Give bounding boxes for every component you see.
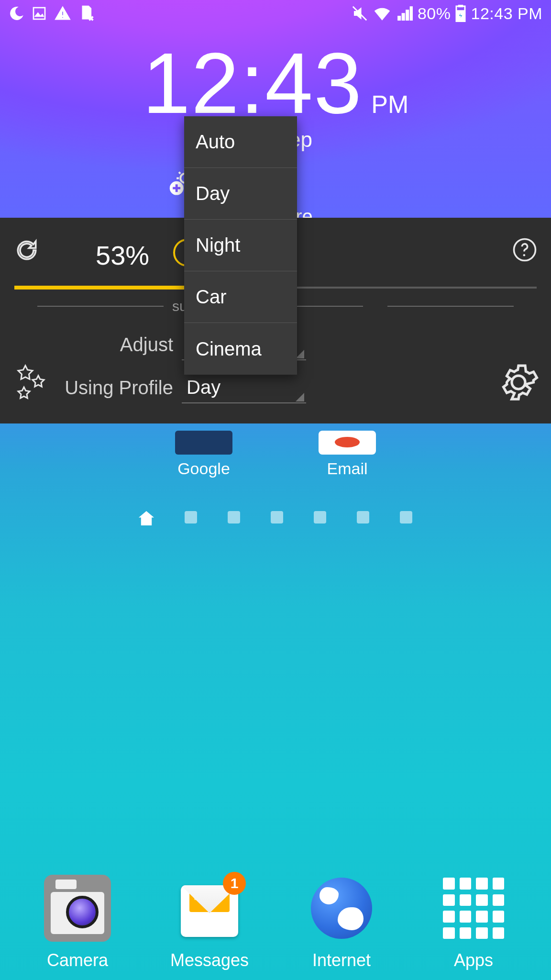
app-google[interactable]: Google [161, 431, 247, 478]
email-icon [319, 431, 376, 455]
battery-charging-icon [455, 5, 466, 22]
brightness-percent: 53% [96, 240, 149, 271]
dock-label: Apps [426, 950, 521, 970]
mute-icon [352, 5, 368, 22]
status-bar: 80% 12:43 PM [0, 0, 551, 27]
dropdown-option[interactable]: Car [184, 271, 297, 323]
signal-icon [397, 5, 413, 22]
svg-rect-2 [62, 17, 64, 18]
profile-select[interactable]: Day [182, 372, 306, 403]
dropdown-option[interactable]: Day [184, 168, 297, 220]
dock-label: Camera [30, 950, 125, 970]
dock-label: Messages [162, 950, 257, 970]
google-folder-icon [175, 431, 232, 455]
page-dot[interactable] [357, 511, 369, 523]
svg-rect-5 [459, 5, 463, 7]
status-clock: 12:43 PM [471, 4, 542, 23]
page-dot[interactable] [185, 511, 197, 523]
dock-camera[interactable]: Camera [30, 875, 125, 970]
dropdown-option[interactable]: Cinema [184, 323, 297, 375]
app-email[interactable]: Email [304, 431, 390, 478]
dock-messages[interactable]: 1 Messages [162, 875, 257, 970]
svg-point-9 [523, 254, 526, 256]
messages-icon: 1 [176, 875, 243, 942]
app-label: Google [161, 459, 247, 478]
help-button[interactable] [512, 237, 538, 264]
status-left [9, 5, 94, 22]
dock: Camera 1 Messages Internet Apps [0, 875, 551, 970]
apps-grid-icon [440, 875, 507, 942]
clock-ampm: PM [371, 90, 408, 119]
page-dot[interactable] [228, 511, 240, 523]
app-label: Email [304, 459, 390, 478]
page-dot[interactable] [271, 511, 283, 523]
dropdown-option[interactable]: Auto [184, 116, 297, 168]
dock-internet[interactable]: Internet [294, 875, 389, 970]
sim-error-icon [78, 5, 94, 22]
page-dot[interactable] [400, 511, 412, 523]
globe-icon [308, 875, 375, 942]
camera-icon [44, 875, 111, 942]
battery-text: 80% [418, 4, 451, 23]
dropdown-option[interactable]: Night [184, 220, 297, 271]
refresh-button[interactable] [13, 237, 40, 265]
page-indicator[interactable] [0, 511, 551, 525]
dock-label: Internet [294, 950, 389, 970]
settings-button[interactable] [498, 362, 539, 404]
svg-rect-1 [62, 11, 64, 16]
dock-apps[interactable]: Apps [426, 875, 521, 970]
page-dot[interactable] [314, 511, 326, 523]
warning-icon [55, 5, 71, 22]
profile-value: Day [187, 377, 220, 398]
adjust-label: Adjust [14, 334, 182, 356]
wifi-icon [373, 5, 392, 22]
presets-button[interactable] [12, 361, 55, 406]
svg-rect-0 [33, 8, 45, 19]
messages-badge: 1 [223, 872, 246, 895]
photo-icon [32, 6, 47, 21]
status-right: 80% 12:43 PM [352, 4, 542, 23]
moon-icon [9, 6, 24, 21]
profile-dropdown[interactable]: AutoDayNightCarCinema [184, 116, 297, 375]
page-dot-home[interactable] [139, 511, 154, 525]
home-icons-row: Google Email [0, 431, 551, 478]
